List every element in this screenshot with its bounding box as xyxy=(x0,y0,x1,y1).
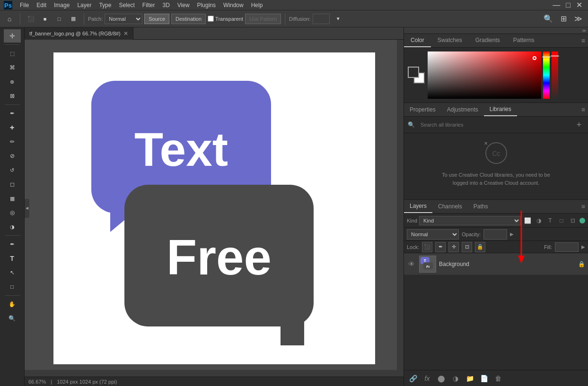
eraser-tool[interactable]: ◻ xyxy=(4,178,21,191)
clone-tool[interactable]: ⊘ xyxy=(4,149,21,163)
search-button[interactable]: 🔍 xyxy=(541,13,556,24)
text-tool[interactable]: T xyxy=(4,252,21,265)
diffusion-arrow[interactable]: ▼ xyxy=(332,12,345,26)
hue-slider[interactable] xyxy=(543,51,550,99)
menu-select[interactable]: Select xyxy=(115,1,138,9)
source-button[interactable]: Source xyxy=(144,14,169,24)
transparent-checkbox[interactable] xyxy=(208,16,214,22)
horizontal-scrollbar[interactable] xyxy=(25,370,397,377)
home-button[interactable]: ⌂ xyxy=(3,12,16,26)
menu-filter[interactable]: Filter xyxy=(139,1,159,9)
fg-bg-color-selector[interactable] xyxy=(408,67,425,84)
tab-layers[interactable]: Layers xyxy=(404,200,432,213)
menu-3d[interactable]: 3D xyxy=(158,1,173,9)
layer-item[interactable]: 👁 T Fr Background 🔒 xyxy=(404,253,588,275)
menu-file[interactable]: File xyxy=(16,1,33,9)
filter-type-icon[interactable]: T xyxy=(545,216,555,225)
color-panel-menu[interactable]: ≡ xyxy=(579,37,588,44)
menu-type[interactable]: Type xyxy=(95,1,115,9)
layers-panel-menu[interactable]: ≡ xyxy=(579,203,588,210)
tool-shape-1[interactable]: ■ xyxy=(38,12,52,26)
patch-mode-select[interactable]: Normal xyxy=(105,14,142,24)
add-mask-btn[interactable]: ⬤ xyxy=(435,372,448,385)
menu-layer[interactable]: Layer xyxy=(73,1,95,9)
history-brush[interactable]: ↺ xyxy=(4,163,21,177)
filter-shape-icon[interactable]: □ xyxy=(557,216,566,225)
lock-transparent-btn[interactable]: ⬛ xyxy=(422,242,432,252)
shape-tool[interactable]: □ xyxy=(4,280,21,293)
gradient-tool[interactable]: ▦ xyxy=(4,192,21,205)
path-select[interactable]: ↖ xyxy=(4,266,21,279)
transparent-checkbox-label[interactable]: Transparent xyxy=(208,16,243,22)
lasso-tool[interactable]: ⌘ xyxy=(4,61,21,74)
menu-edit[interactable]: Edit xyxy=(33,1,50,9)
zoom-tool[interactable]: 🔍 xyxy=(4,312,21,325)
tab-color[interactable]: Color xyxy=(404,34,431,47)
opacity-input[interactable]: 100% xyxy=(483,229,507,240)
blend-mode-select[interactable]: Normal xyxy=(407,229,459,240)
quick-select-tool[interactable]: ⊕ xyxy=(4,75,21,88)
new-layer-btn[interactable]: 📄 xyxy=(478,372,490,385)
maximize-button[interactable]: □ xyxy=(563,0,573,10)
crop-tool[interactable]: ⊠ xyxy=(4,89,21,103)
menu-help[interactable]: Help xyxy=(247,1,267,9)
destination-button[interactable]: Destination xyxy=(171,14,206,24)
document-tab-close[interactable]: ✕ xyxy=(123,30,128,37)
close-button[interactable]: ✕ xyxy=(573,0,585,10)
tab-libraries[interactable]: Libraries xyxy=(484,103,517,116)
menu-plugins[interactable]: Plugins xyxy=(193,1,219,9)
heal-tool[interactable]: ✚ xyxy=(4,121,21,134)
filter-type-select[interactable]: Kind xyxy=(419,216,521,225)
add-adjustment-btn[interactable]: ◑ xyxy=(449,372,462,385)
minimize-button[interactable]: — xyxy=(550,0,563,10)
tab-channels[interactable]: Channels xyxy=(432,200,468,213)
lock-position-btn[interactable]: ✛ xyxy=(448,242,459,252)
workspace-button[interactable]: ⊞ xyxy=(558,13,570,24)
lock-pixels-btn[interactable]: ✒ xyxy=(435,242,446,252)
foreground-color-swatch[interactable] xyxy=(408,67,419,78)
tool-shape-2[interactable]: □ xyxy=(53,12,66,26)
tab-adjustments[interactable]: Adjustments xyxy=(441,103,484,116)
brush-tool[interactable]: ✏ xyxy=(4,135,21,148)
layer-fx-btn[interactable]: fx xyxy=(421,372,433,385)
alpha-slider[interactable] xyxy=(552,51,558,99)
lock-artboard-btn[interactable]: ⊡ xyxy=(462,242,472,252)
dodge-tool[interactable]: ◑ xyxy=(4,220,21,233)
more-button[interactable]: ≫ xyxy=(571,13,585,24)
layer-visibility-toggle[interactable]: 👁 xyxy=(407,259,416,269)
filter-pixel-icon[interactable]: ⬜ xyxy=(523,216,532,225)
add-folder-btn[interactable]: 📁 xyxy=(464,372,476,385)
tab-swatches[interactable]: Swatches xyxy=(431,34,469,47)
filter-smart-icon[interactable]: ⊡ xyxy=(568,216,578,225)
menu-image[interactable]: Image xyxy=(50,1,73,9)
tab-patterns[interactable]: Patterns xyxy=(507,34,541,47)
blur-tool[interactable]: ◎ xyxy=(4,206,21,219)
tab-properties[interactable]: Properties xyxy=(404,103,441,116)
hand-tool[interactable]: ✋ xyxy=(4,298,21,311)
lock-all-btn[interactable]: 🔒 xyxy=(475,242,485,252)
tab-gradients[interactable]: Gradients xyxy=(469,34,507,47)
libraries-panel-menu[interactable]: ≡ xyxy=(579,106,588,113)
move-tool[interactable]: ✛ xyxy=(4,29,21,43)
tool-shape-3[interactable]: ▦ xyxy=(67,12,80,26)
fill-input[interactable]: 100% xyxy=(555,242,579,252)
libraries-search-input[interactable] xyxy=(417,119,574,131)
menu-window[interactable]: Window xyxy=(219,1,247,9)
diffusion-input[interactable]: 5 xyxy=(313,14,330,24)
right-collapse-handle[interactable]: ≫ xyxy=(404,27,588,34)
document-tab[interactable]: tf_banner_logo.png @ 66.7% (RGB/8#) ✕ xyxy=(25,27,133,40)
delete-layer-btn[interactable]: 🗑 xyxy=(492,372,504,385)
menu-view[interactable]: View xyxy=(174,1,193,9)
opacity-arrow[interactable]: ▶ xyxy=(510,232,514,237)
collapse-left-handle[interactable]: ◀ xyxy=(25,199,29,218)
use-pattern-button[interactable]: Use Pattern xyxy=(245,14,281,24)
eyedropper-tool[interactable]: ✒ xyxy=(4,107,21,120)
filter-toggle-dot[interactable] xyxy=(579,218,585,223)
brush-size-icon[interactable]: ⬛ xyxy=(24,12,37,26)
libraries-add-button[interactable]: + xyxy=(574,120,584,130)
vertical-scrollbar[interactable] xyxy=(397,40,404,370)
pen-tool[interactable]: ✒ xyxy=(4,238,21,251)
marquee-tool[interactable]: ⬚ xyxy=(4,47,21,60)
filter-adjust-icon[interactable]: ◑ xyxy=(534,216,544,225)
tab-paths[interactable]: Paths xyxy=(468,200,494,213)
